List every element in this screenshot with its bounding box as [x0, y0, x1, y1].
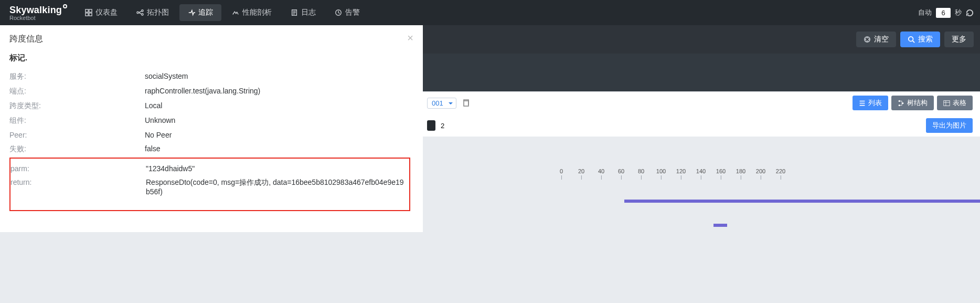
field-key: 组件:: [9, 116, 145, 126]
ruler-tick: 60: [618, 168, 624, 180]
reload-icon[interactable]: [966, 9, 974, 17]
field-value: Local: [145, 101, 410, 111]
ruler-tick: 140: [696, 168, 706, 180]
svg-rect-11: [464, 101, 468, 106]
field-value: false: [145, 144, 410, 154]
view-tree-button[interactable]: 树结构: [891, 96, 934, 110]
nav-alarm[interactable]: 告警: [326, 4, 368, 21]
trace-toolbar: 001 列表 树结构 表格 ​ 2 导出为图片: [420, 91, 980, 137]
svg-point-13: [899, 104, 900, 106]
field-value: Unknown: [145, 116, 410, 126]
field-row: 端点: raphController.test(java.lang.String…: [9, 84, 410, 99]
field-key: 失败:: [9, 144, 145, 154]
panel-subtitle: 标记.: [9, 53, 410, 63]
clear-label: 清空: [874, 35, 889, 44]
trace-icon: [188, 9, 195, 16]
topology-icon: [136, 9, 144, 16]
nav-log[interactable]: 日志: [282, 4, 324, 21]
svg-rect-0: [86, 9, 88, 12]
field-key: 服务:: [9, 72, 145, 81]
field-value: No Peer: [145, 131, 410, 139]
field-row: 跨度类型:Local: [9, 99, 410, 113]
logo: Skywalking Rocketbot: [9, 5, 62, 21]
span-bar[interactable]: [624, 200, 980, 203]
nav-trace[interactable]: 追踪: [179, 4, 221, 21]
span-count-value: 2: [441, 122, 444, 130]
view-list-button[interactable]: 列表: [853, 96, 888, 110]
field-row: Peer:No Peer: [9, 128, 410, 142]
clear-button[interactable]: 清空: [856, 32, 896, 47]
nav-label: 告警: [345, 8, 360, 17]
export-image-button[interactable]: 导出为图片: [926, 118, 973, 133]
field-row: parm:"1234dhaidw5": [10, 162, 405, 175]
svg-rect-15: [944, 100, 950, 106]
field-key: return:: [10, 178, 146, 196]
ruler-tick: 200: [756, 168, 765, 180]
trace-timeline: 020406080100120140160180200220: [420, 137, 980, 303]
span-fields: 服务:socialSystem端点: raphController.test(j…: [9, 69, 410, 156]
nav-label: 拓扑图: [147, 8, 169, 17]
field-value: raphController.test(java.lang.String): [145, 87, 410, 96]
more-button[interactable]: 更多: [944, 32, 974, 47]
dashboard-icon: [85, 9, 92, 16]
field-value: ResponseDto(code=0, msg=操作成功, data=16bee…: [146, 178, 405, 196]
span-bar[interactable]: [713, 224, 727, 227]
nav-profile[interactable]: 性能剖析: [223, 4, 280, 21]
nav-topology[interactable]: 拓扑图: [128, 4, 177, 21]
nav-dashboard[interactable]: 仪表盘: [77, 4, 126, 21]
span-count-badge: ​: [427, 120, 435, 131]
more-label: 更多: [952, 35, 966, 44]
nav-label: 追踪: [198, 8, 213, 17]
svg-point-12: [899, 100, 900, 101]
ruler-tick: 20: [578, 168, 584, 180]
search-button[interactable]: 搜索: [900, 32, 940, 47]
logo-text: Skywalking: [9, 5, 62, 16]
refresh-unit: 秒: [955, 8, 962, 17]
ruler-tick: 80: [638, 168, 644, 180]
field-key: parm:: [10, 164, 146, 173]
auto-label: 自动: [918, 8, 932, 17]
view-table-button[interactable]: 表格: [937, 96, 973, 110]
view-list-label: 列表: [868, 98, 882, 108]
field-value: "1234dhaidw5": [146, 164, 405, 173]
alarm-icon: [335, 9, 342, 16]
ruler-tick: 40: [598, 168, 604, 180]
ruler-tick: 120: [676, 168, 686, 180]
field-key: 端点:: [9, 87, 145, 96]
copy-icon[interactable]: [462, 99, 470, 107]
view-tree-label: 树结构: [907, 98, 928, 108]
field-row: return:ResponseDto(code=0, msg=操作成功, dat…: [10, 175, 405, 198]
svg-point-6: [142, 14, 144, 16]
refresh-interval-input[interactable]: 6: [936, 8, 951, 18]
timeline-ruler: 020406080100120140160180200220: [561, 168, 977, 189]
svg-point-14: [902, 102, 903, 103]
profile-icon: [232, 9, 239, 16]
svg-point-4: [137, 12, 139, 14]
svg-point-10: [909, 37, 913, 41]
field-row: 服务:socialSystem: [9, 69, 410, 84]
trace-select[interactable]: 001: [427, 98, 456, 109]
ruler-tick: 0: [560, 168, 563, 180]
field-value: socialSystem: [145, 72, 410, 81]
nav-label: 仪表盘: [95, 8, 118, 17]
nav-items: 仪表盘 拓扑图 追踪 性能剖析 日志 告警: [77, 4, 368, 21]
svg-rect-1: [89, 9, 92, 12]
close-icon[interactable]: ×: [407, 33, 413, 43]
field-key: 跨度类型:: [9, 101, 145, 111]
svg-rect-2: [86, 13, 88, 16]
span-detail-panel: 跨度信息 × 标记. 服务:socialSystem端点: raphContro…: [0, 25, 423, 232]
top-nav: Skywalking Rocketbot 仪表盘 拓扑图 追踪 性能剖析 日志 …: [0, 0, 980, 25]
view-table-label: 表格: [953, 98, 966, 108]
panel-title: 跨度信息: [9, 34, 410, 45]
log-icon: [291, 9, 298, 16]
field-row: 组件:Unknown: [9, 113, 410, 128]
ruler-tick: 100: [656, 168, 666, 180]
nav-label: 性能剖析: [242, 8, 272, 17]
search-label: 搜索: [918, 35, 933, 44]
ruler-tick: 220: [776, 168, 785, 180]
nav-label: 日志: [301, 8, 316, 17]
svg-rect-3: [89, 13, 92, 16]
highlighted-fields: parm:"1234dhaidw5"return:ResponseDto(cod…: [9, 158, 410, 211]
refresh-controls: 自动 6 秒: [918, 8, 974, 18]
svg-point-5: [142, 10, 144, 12]
